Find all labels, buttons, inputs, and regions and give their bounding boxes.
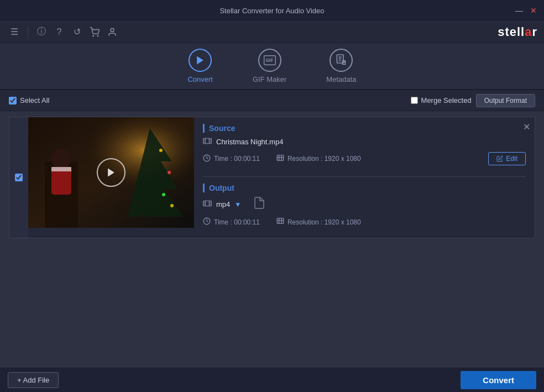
svg-point-0 [93, 35, 94, 36]
nav-bar: ☰ ⓘ ? ↺ stellar [0, 21, 544, 43]
select-all-wrapper[interactable]: Select All [9, 96, 49, 104]
tab-gif-maker-label: GIF Maker [253, 75, 286, 83]
tab-convert[interactable]: Convert [179, 44, 222, 88]
source-resolution: Resolution : 1920 x 1080 [276, 154, 361, 164]
stellar-logo: stellar [498, 25, 537, 39]
hamburger-icon[interactable]: ☰ [7, 24, 22, 40]
svg-rect-32 [277, 155, 284, 160]
svg-point-18 [162, 193, 165, 196]
merge-checkbox-wrapper[interactable]: Merge Selected [411, 96, 472, 104]
toolbar: Convert GIF GIF Maker Metadata [0, 43, 544, 90]
tab-gif-maker[interactable]: GIF GIF Maker [244, 44, 295, 88]
close-card-button[interactable]: ✕ [523, 122, 530, 132]
output-format-button[interactable]: Output Format [476, 94, 535, 107]
select-all-checkbox[interactable] [9, 97, 17, 104]
select-all-label[interactable]: Select All [20, 96, 49, 104]
edit-label: Edit [506, 155, 517, 163]
tab-convert-label: Convert [187, 75, 213, 83]
output-file-icon[interactable] [254, 197, 264, 212]
svg-text:GIF: GIF [265, 58, 273, 63]
svg-rect-24 [203, 138, 212, 143]
title-bar: Stellar Converter for Audio Video — ✕ [0, 0, 544, 21]
format-dropdown-arrow[interactable]: ▼ [234, 201, 241, 208]
output-time: Time : 00:00:11 [203, 217, 260, 227]
svg-rect-22 [51, 167, 71, 171]
source-meta-row: Time : 00:00:11 Resolution : 1920 x 1080 [203, 152, 526, 165]
svg-point-2 [111, 28, 114, 32]
file-name-row: Christmas Night.mp4 [203, 137, 526, 147]
output-format-text: mp4 [216, 200, 230, 208]
merge-selected-label[interactable]: Merge Selected [421, 96, 472, 104]
info-icon-btn[interactable]: ⓘ [34, 24, 49, 40]
file-film-icon [203, 137, 212, 147]
convert-icon [189, 49, 212, 72]
convert-button[interactable]: Convert [461, 371, 536, 389]
file-card: ✕ Source Christmas Night.mp4 [9, 117, 535, 238]
window-title: Stellar Converter for Audio Video [219, 7, 324, 15]
nav-separator-1 [28, 25, 28, 39]
metadata-icon [329, 49, 353, 72]
source-label: Source [203, 124, 526, 133]
user-icon-btn[interactable] [104, 24, 120, 40]
svg-marker-23 [108, 169, 114, 177]
window-controls: — ✕ [514, 6, 538, 15]
source-resolution-value: Resolution : 1920 x 1080 [287, 155, 361, 163]
output-resolution: Resolution : 1920 x 1080 [276, 217, 361, 227]
file-card-checkbox-area[interactable] [9, 117, 28, 238]
action-bar: Select All Merge Selected Output Format [0, 90, 544, 111]
output-label: Output [203, 184, 526, 192]
resolution-icon-output [276, 217, 284, 227]
divider [203, 176, 526, 177]
svg-point-19 [170, 204, 174, 207]
svg-rect-36 [203, 201, 212, 206]
output-time-value: Time : 00:00:11 [214, 218, 260, 226]
source-time: Time : 00:00:11 [203, 154, 260, 164]
output-resolution-value: Resolution : 1920 x 1080 [287, 218, 361, 226]
output-format-row: mp4 ▼ [203, 197, 526, 212]
thumbnail [28, 117, 194, 228]
minimize-button[interactable]: — [514, 6, 524, 15]
source-file-name: Christmas Night.mp4 [216, 138, 283, 146]
help-icon-btn[interactable]: ? [51, 24, 67, 40]
svg-point-17 [168, 171, 171, 174]
play-button[interactable] [97, 158, 125, 187]
source-time-value: Time : 00:00:11 [214, 155, 260, 163]
clock-icon-output [203, 217, 211, 227]
add-file-button[interactable]: + Add File [8, 372, 59, 388]
main-content: ✕ Source Christmas Night.mp4 [0, 111, 544, 368]
tab-metadata[interactable]: Metadata [317, 44, 365, 88]
file-card-checkbox[interactable] [15, 174, 23, 181]
svg-point-16 [159, 149, 163, 152]
output-meta-row: Time : 00:00:11 Resolution : 1920 x 1080 [203, 217, 526, 227]
merge-selected-checkbox[interactable] [411, 97, 418, 104]
merge-section: Merge Selected Output Format [411, 94, 535, 107]
file-info: ✕ Source Christmas Night.mp4 [194, 117, 535, 238]
svg-point-1 [97, 35, 98, 36]
svg-marker-3 [197, 56, 203, 65]
edit-button[interactable]: Edit [488, 152, 526, 165]
bottom-bar: + Add File Convert [0, 368, 544, 392]
close-button[interactable]: ✕ [529, 6, 538, 15]
clock-icon-source [203, 154, 211, 164]
resolution-icon-source [276, 154, 284, 164]
svg-rect-44 [277, 218, 284, 223]
format-film-icon [203, 200, 212, 209]
cart-icon-btn[interactable] [87, 24, 102, 40]
svg-point-20 [51, 149, 71, 169]
tab-metadata-label: Metadata [326, 75, 356, 83]
refresh-icon-btn[interactable]: ↺ [69, 24, 85, 40]
gif-maker-icon: GIF [258, 49, 281, 72]
